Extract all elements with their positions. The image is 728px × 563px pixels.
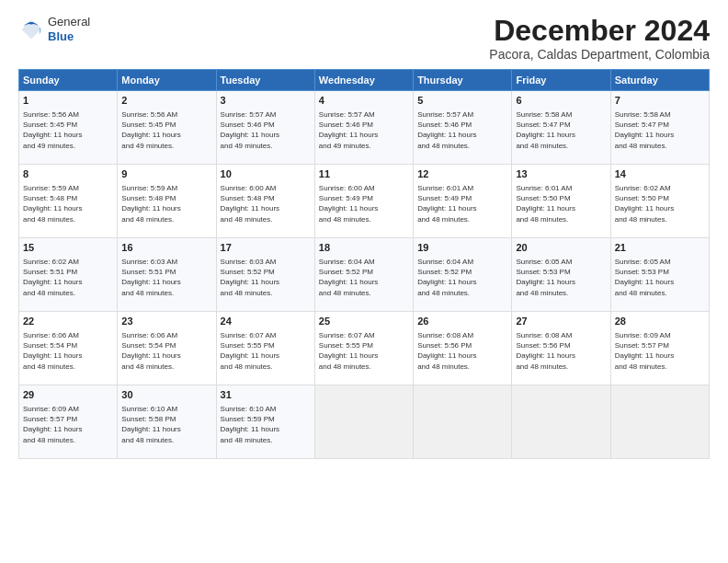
day-info: Sunrise: 6:03 AM Sunset: 5:51 PM Dayligh… <box>121 257 211 298</box>
day-number: 2 <box>121 94 211 108</box>
day-number: 1 <box>23 94 113 108</box>
day-number: 30 <box>121 388 211 402</box>
day-info: Sunrise: 6:01 AM Sunset: 5:49 PM Dayligh… <box>417 183 507 224</box>
day-number: 25 <box>319 315 409 328</box>
day-number: 8 <box>23 167 113 181</box>
day-info: Sunrise: 5:58 AM Sunset: 5:47 PM Dayligh… <box>615 109 705 151</box>
header: General Blue December 2024 Pacora, Calda… <box>18 15 710 62</box>
day-number: 13 <box>516 167 606 181</box>
day-number: 15 <box>23 241 113 255</box>
day-header-friday: Friday <box>512 70 610 91</box>
day-info: Sunrise: 6:02 AM Sunset: 5:50 PM Dayligh… <box>615 183 705 224</box>
day-info: Sunrise: 6:04 AM Sunset: 5:52 PM Dayligh… <box>417 257 507 298</box>
calendar-cell: 31Sunrise: 6:10 AM Sunset: 5:59 PM Dayli… <box>216 385 314 459</box>
day-number: 12 <box>417 167 507 181</box>
day-number: 29 <box>23 388 113 402</box>
day-info: Sunrise: 5:56 AM Sunset: 5:45 PM Dayligh… <box>121 109 211 151</box>
logo: General Blue <box>18 15 90 43</box>
calendar-cell: 27Sunrise: 6:08 AM Sunset: 5:56 PM Dayli… <box>512 312 610 385</box>
day-number: 23 <box>121 315 211 328</box>
day-info: Sunrise: 6:10 AM Sunset: 5:59 PM Dayligh… <box>221 404 311 445</box>
day-number: 18 <box>319 241 409 255</box>
calendar-subtitle: Pacora, Caldas Department, Colombia <box>489 47 710 62</box>
day-info: Sunrise: 5:58 AM Sunset: 5:47 PM Dayligh… <box>516 109 606 151</box>
calendar-cell: 12Sunrise: 6:01 AM Sunset: 5:49 PM Dayli… <box>414 165 512 238</box>
calendar-cell: 22Sunrise: 6:06 AM Sunset: 5:54 PM Dayli… <box>19 312 118 385</box>
day-info: Sunrise: 6:06 AM Sunset: 5:54 PM Dayligh… <box>121 330 211 372</box>
day-number: 21 <box>615 241 705 255</box>
calendar-cell: 29Sunrise: 6:09 AM Sunset: 5:57 PM Dayli… <box>19 385 118 459</box>
day-info: Sunrise: 5:57 AM Sunset: 5:46 PM Dayligh… <box>221 109 311 151</box>
day-header-thursday: Thursday <box>414 70 512 91</box>
calendar-cell: 5Sunrise: 5:57 AM Sunset: 5:46 PM Daylig… <box>414 91 512 165</box>
calendar-cell: 23Sunrise: 6:06 AM Sunset: 5:54 PM Dayli… <box>118 312 216 385</box>
calendar-week-3: 15Sunrise: 6:02 AM Sunset: 5:51 PM Dayli… <box>19 238 710 312</box>
calendar-cell <box>610 385 709 459</box>
day-info: Sunrise: 6:07 AM Sunset: 5:55 PM Dayligh… <box>221 330 311 372</box>
calendar-cell: 10Sunrise: 6:00 AM Sunset: 5:48 PM Dayli… <box>216 165 314 238</box>
day-info: Sunrise: 6:04 AM Sunset: 5:52 PM Dayligh… <box>319 257 409 298</box>
calendar-cell <box>314 385 413 459</box>
day-info: Sunrise: 6:00 AM Sunset: 5:48 PM Dayligh… <box>221 183 311 224</box>
calendar-cell: 4Sunrise: 5:57 AM Sunset: 5:46 PM Daylig… <box>314 91 413 165</box>
calendar-cell: 1Sunrise: 5:56 AM Sunset: 5:45 PM Daylig… <box>19 91 118 165</box>
day-info: Sunrise: 6:09 AM Sunset: 5:57 PM Dayligh… <box>23 404 113 445</box>
day-info: Sunrise: 6:09 AM Sunset: 5:57 PM Dayligh… <box>615 330 705 372</box>
day-info: Sunrise: 6:05 AM Sunset: 5:53 PM Dayligh… <box>615 257 705 298</box>
calendar-cell: 2Sunrise: 5:56 AM Sunset: 5:45 PM Daylig… <box>118 91 216 165</box>
day-number: 9 <box>121 167 211 181</box>
day-number: 24 <box>221 315 311 328</box>
day-info: Sunrise: 6:03 AM Sunset: 5:52 PM Dayligh… <box>221 257 311 298</box>
day-number: 11 <box>319 167 409 181</box>
day-info: Sunrise: 6:08 AM Sunset: 5:56 PM Dayligh… <box>516 330 606 372</box>
day-header-sunday: Sunday <box>19 70 118 91</box>
calendar-cell: 30Sunrise: 6:10 AM Sunset: 5:58 PM Dayli… <box>118 385 216 459</box>
day-number: 26 <box>417 315 507 328</box>
calendar-cell: 6Sunrise: 5:58 AM Sunset: 5:47 PM Daylig… <box>512 91 610 165</box>
day-number: 31 <box>221 388 311 402</box>
calendar-cell: 17Sunrise: 6:03 AM Sunset: 5:52 PM Dayli… <box>216 238 314 312</box>
day-number: 19 <box>417 241 507 255</box>
calendar-cell: 9Sunrise: 5:59 AM Sunset: 5:48 PM Daylig… <box>118 165 216 238</box>
logo-icon <box>18 17 44 42</box>
day-info: Sunrise: 6:07 AM Sunset: 5:55 PM Dayligh… <box>319 330 409 372</box>
day-info: Sunrise: 6:02 AM Sunset: 5:51 PM Dayligh… <box>23 257 113 298</box>
day-number: 16 <box>121 241 211 255</box>
day-header-wednesday: Wednesday <box>314 70 413 91</box>
calendar-cell: 7Sunrise: 5:58 AM Sunset: 5:47 PM Daylig… <box>610 91 709 165</box>
day-number: 17 <box>221 241 311 255</box>
calendar-cell <box>414 385 512 459</box>
day-info: Sunrise: 5:57 AM Sunset: 5:46 PM Dayligh… <box>319 109 409 151</box>
calendar-cell <box>512 385 610 459</box>
day-header-monday: Monday <box>118 70 216 91</box>
calendar-cell: 25Sunrise: 6:07 AM Sunset: 5:55 PM Dayli… <box>314 312 413 385</box>
day-info: Sunrise: 5:56 AM Sunset: 5:45 PM Dayligh… <box>23 109 113 151</box>
logo-general: General <box>48 15 90 29</box>
day-info: Sunrise: 6:10 AM Sunset: 5:58 PM Dayligh… <box>121 404 211 445</box>
calendar-cell: 19Sunrise: 6:04 AM Sunset: 5:52 PM Dayli… <box>414 238 512 312</box>
calendar-cell: 8Sunrise: 5:59 AM Sunset: 5:48 PM Daylig… <box>19 165 118 238</box>
day-info: Sunrise: 6:08 AM Sunset: 5:56 PM Dayligh… <box>417 330 507 372</box>
day-number: 5 <box>417 94 507 108</box>
day-number: 14 <box>615 167 705 181</box>
calendar-cell: 11Sunrise: 6:00 AM Sunset: 5:49 PM Dayli… <box>314 165 413 238</box>
day-number: 3 <box>221 94 311 108</box>
day-info: Sunrise: 5:59 AM Sunset: 5:48 PM Dayligh… <box>121 183 211 224</box>
page: General Blue December 2024 Pacora, Calda… <box>0 0 728 563</box>
day-number: 27 <box>516 315 606 328</box>
calendar-week-1: 1Sunrise: 5:56 AM Sunset: 5:45 PM Daylig… <box>19 91 710 165</box>
calendar-week-5: 29Sunrise: 6:09 AM Sunset: 5:57 PM Dayli… <box>19 385 710 459</box>
calendar-cell: 15Sunrise: 6:02 AM Sunset: 5:51 PM Dayli… <box>19 238 118 312</box>
calendar-cell: 16Sunrise: 6:03 AM Sunset: 5:51 PM Dayli… <box>118 238 216 312</box>
calendar-cell: 28Sunrise: 6:09 AM Sunset: 5:57 PM Dayli… <box>610 312 709 385</box>
day-info: Sunrise: 5:57 AM Sunset: 5:46 PM Dayligh… <box>417 109 507 151</box>
day-number: 20 <box>516 241 606 255</box>
day-info: Sunrise: 5:59 AM Sunset: 5:48 PM Dayligh… <box>23 183 113 224</box>
calendar-week-4: 22Sunrise: 6:06 AM Sunset: 5:54 PM Dayli… <box>19 312 710 385</box>
day-number: 4 <box>319 94 409 108</box>
calendar-title: December 2024 <box>489 15 710 47</box>
day-header-saturday: Saturday <box>610 70 709 91</box>
calendar-table: SundayMondayTuesdayWednesdayThursdayFrid… <box>18 69 710 459</box>
calendar-cell: 14Sunrise: 6:02 AM Sunset: 5:50 PM Dayli… <box>610 165 709 238</box>
calendar-cell: 26Sunrise: 6:08 AM Sunset: 5:56 PM Dayli… <box>414 312 512 385</box>
